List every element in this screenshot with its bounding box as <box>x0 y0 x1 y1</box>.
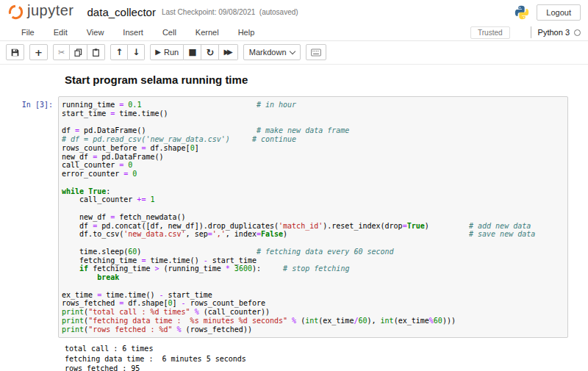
save-button[interactable] <box>6 44 24 60</box>
jupyter-logo-icon <box>7 4 24 21</box>
menu-kernel[interactable]: Kernel <box>186 26 229 39</box>
run-button[interactable]: ▶ Run <box>150 44 184 60</box>
menu-file[interactable]: File <box>12 26 44 39</box>
cell-output: total call : 6 times fetching data time … <box>65 344 568 371</box>
kernel-name: Python 3 <box>538 28 570 37</box>
cut-cell-button[interactable]: ✂ <box>53 44 70 60</box>
refresh-icon: ↻ <box>206 48 214 57</box>
input-prompt: In [3]: <box>0 96 58 109</box>
jupyter-logo-text: jupyter <box>27 2 74 19</box>
output-line: total call : 6 times <box>65 344 568 354</box>
restart-run-all-button[interactable]: ▶▶ <box>219 44 237 60</box>
arrow-down-icon: ↓ <box>132 48 140 57</box>
code-content: running_time = 0.1 # in hourstart_time =… <box>62 101 564 334</box>
checkpoint-status: Last Checkpoint: 09/08/2021 (autosaved) <box>162 8 298 16</box>
notebook-title[interactable]: data_collector <box>87 6 156 18</box>
header: jupyter data_collector Last Checkpoint: … <box>0 0 588 24</box>
output-line: rows fetched : 95 <box>65 364 568 371</box>
fast-forward-icon: ▶▶ <box>223 48 230 56</box>
menu-cell[interactable]: Cell <box>153 26 186 39</box>
markdown-heading: Start program selama running time <box>65 73 588 86</box>
save-icon <box>11 48 19 57</box>
toolbar: + ✂ ↑ ↓ ▶ Run <box>0 41 588 65</box>
notebook-container: Start program selama running time In [3]… <box>0 65 588 371</box>
chevron-down-icon <box>290 48 295 54</box>
paste-cell-button[interactable] <box>87 44 105 60</box>
markdown-cell[interactable]: Start program selama running time <box>0 73 588 86</box>
logout-button[interactable]: Logout <box>537 4 581 21</box>
code-cell[interactable]: In [3]: running_time = 0.1 # in hourstar… <box>0 96 588 338</box>
menu-view[interactable]: View <box>77 26 114 39</box>
play-icon: ▶ <box>155 48 161 56</box>
menu-bar: File Edit View Insert Cell Kernel Help T… <box>0 24 588 41</box>
divider <box>531 26 531 38</box>
stop-icon: ■ <box>188 48 196 57</box>
command-palette-button[interactable] <box>306 44 326 60</box>
plus-icon: + <box>35 48 43 57</box>
code-editor[interactable]: running_time = 0.1 # in hourstart_time =… <box>58 96 568 338</box>
arrow-up-icon: ↑ <box>115 48 123 57</box>
keyboard-icon <box>311 48 321 57</box>
menu-insert[interactable]: Insert <box>113 26 153 39</box>
kernel-idle-icon <box>574 29 581 36</box>
restart-kernel-button[interactable]: ↻ <box>201 44 219 60</box>
trusted-badge[interactable]: Trusted <box>470 26 510 39</box>
copy-icon <box>74 48 82 57</box>
paste-icon <box>92 48 100 57</box>
jupyter-logo[interactable]: jupyter <box>7 4 74 21</box>
python-logo-icon <box>514 5 529 20</box>
menu-edit[interactable]: Edit <box>44 26 77 39</box>
move-cell-down-button[interactable]: ↓ <box>128 44 145 60</box>
cell-type-select[interactable]: Markdown <box>243 44 301 60</box>
cell-type-value: Markdown <box>249 48 287 57</box>
interrupt-kernel-button[interactable]: ■ <box>184 44 201 60</box>
insert-cell-below-button[interactable]: + <box>29 44 48 60</box>
output-line: fetching data time : 6 minutes 5 seconds <box>65 354 568 364</box>
move-cell-up-button[interactable]: ↑ <box>110 44 128 60</box>
copy-cell-button[interactable] <box>70 44 87 60</box>
menu-help[interactable]: Help <box>229 26 265 39</box>
scissors-icon: ✂ <box>58 48 65 57</box>
run-label: Run <box>164 48 179 57</box>
